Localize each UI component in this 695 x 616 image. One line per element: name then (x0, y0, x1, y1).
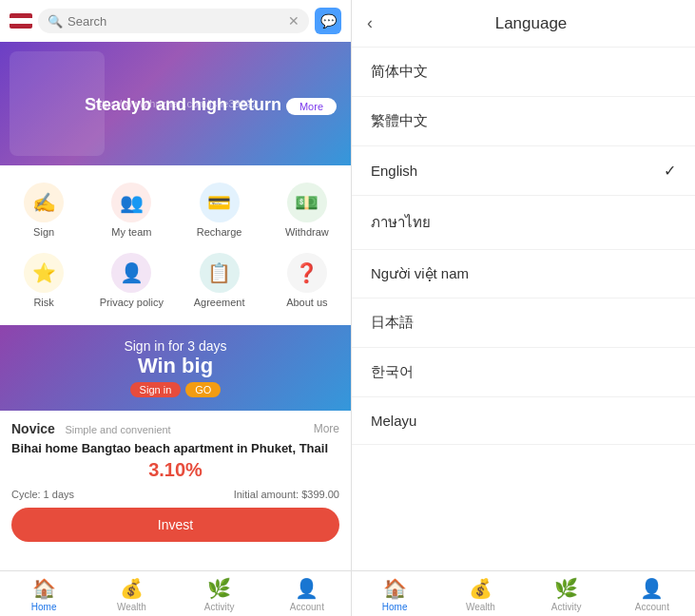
language-name: 日本語 (371, 314, 414, 332)
language-name: ภาษาไทย (371, 211, 431, 234)
right-bottom-nav: 🏠 Home 💰 Wealth 🌿 Activity 👤 Account (352, 570, 695, 616)
icon-item-about-us[interactable]: ❓ About us (263, 245, 351, 316)
nav-label: Account (290, 602, 324, 612)
nav-label: Home (382, 602, 408, 612)
back-button[interactable]: ‹ (367, 13, 373, 33)
nav-icon: 👤 (640, 577, 664, 600)
hero-banner: https://www.huzhan.com/ishe39622 Steadyb… (0, 42, 351, 165)
nav-label: Activity (551, 602, 582, 612)
icon-label: Agreement (194, 297, 245, 308)
search-icon: 🔍 (48, 14, 63, 29)
icon-item-risk[interactable]: ⭐ Risk (0, 245, 87, 316)
right-nav-account[interactable]: 👤 Account (609, 577, 695, 612)
left-nav-home[interactable]: 🏠 Home (0, 577, 87, 612)
icon-circle: 💵 (287, 183, 327, 222)
left-nav-account[interactable]: 👤 Account (263, 577, 351, 612)
right-nav-activity[interactable]: 🌿 Activity (524, 577, 609, 612)
product-rate: 3.10% (11, 459, 339, 481)
right-nav-wealth[interactable]: 💰 Wealth (437, 577, 523, 612)
nav-icon: 👤 (295, 577, 319, 600)
flag-icon (10, 13, 32, 29)
language-item-English[interactable]: English ✓ (352, 146, 695, 196)
language-name: 繁體中文 (371, 112, 428, 130)
product-details: Cycle: 1 days Initial amount: $399.00 (11, 489, 339, 500)
icon-item-my-team[interactable]: 👥 My team (87, 175, 175, 245)
language-item-Người việt nam[interactable]: Người việt nam (352, 250, 695, 298)
left-nav-wealth[interactable]: 💰 Wealth (87, 577, 175, 612)
icon-circle: 👤 (111, 253, 151, 293)
product-section-title: Novice (11, 421, 55, 436)
product-name: Bihai home Bangtao beach apartment in Ph… (11, 441, 339, 455)
product-initial: Initial amount: $399.00 (234, 489, 339, 500)
language-item-ภาษาไทย[interactable]: ภาษาไทย (352, 196, 695, 250)
language-item-日本語[interactable]: 日本語 (352, 298, 695, 348)
nav-label: Wealth (466, 602, 495, 612)
nav-icon: 🌿 (554, 577, 578, 600)
product-section: Novice Simple and convenient More Bihai … (0, 411, 351, 570)
more-link[interactable]: More (314, 422, 339, 435)
go-button[interactable]: GO (185, 382, 221, 397)
product-header: Novice Simple and convenient More (11, 420, 339, 437)
product-subtitle: Simple and convenient (65, 424, 170, 435)
language-item-Melayu[interactable]: Melayu (352, 397, 695, 445)
search-input[interactable] (68, 14, 283, 29)
promo-banner: Sign in for 3 days Win big Sign in GO (0, 325, 351, 411)
language-item-繁體中文[interactable]: 繁體中文 (352, 97, 695, 146)
nav-label: Account (635, 602, 669, 612)
icon-item-recharge[interactable]: 💳 Recharge (176, 175, 263, 245)
icon-circle: ⭐ (24, 253, 64, 293)
icon-circle: 💳 (200, 183, 240, 222)
product-cycle: Cycle: 1 days (11, 489, 74, 500)
signin-button[interactable]: Sign in (130, 382, 182, 397)
icon-label: Withdraw (285, 226, 329, 238)
nav-label: Activity (204, 602, 235, 612)
language-list: 简体中文 繁體中文 English ✓ ภาษาไทย Người việt n… (352, 48, 695, 570)
promo-title: Sign in for 3 days (124, 338, 226, 354)
nav-icon: 🏠 (32, 577, 56, 600)
icon-label: Recharge (197, 226, 242, 238)
language-header: ‹ Language (352, 0, 695, 48)
icon-label: My team (111, 226, 151, 238)
icon-label: Sign (33, 226, 54, 238)
banner-more-button[interactable]: More (286, 98, 337, 115)
icon-circle: 👥 (111, 183, 151, 222)
left-nav-activity[interactable]: 🌿 Activity (176, 577, 263, 612)
language-title: Language (382, 14, 680, 33)
language-name: 한국어 (371, 363, 414, 381)
invest-button[interactable]: Invest (11, 508, 339, 542)
watermark: https://www.huzhan.com/ishe39622 (93, 98, 258, 109)
chat-icon-button[interactable]: 💬 (315, 8, 341, 34)
language-name: 简体中文 (371, 63, 428, 81)
promo-text: Sign in for 3 days Win big Sign in GO (124, 338, 226, 397)
icon-circle: ❓ (287, 253, 327, 293)
icon-item-privacy-policy[interactable]: 👤 Privacy policy (87, 245, 175, 316)
icon-label: About us (286, 297, 327, 308)
icon-item-withdraw[interactable]: 💵 Withdraw (263, 175, 351, 245)
icons-grid: ✍️ Sign 👥 My team 💳 Recharge 💵 Withdraw … (0, 165, 351, 325)
close-icon[interactable]: ✕ (288, 13, 299, 29)
search-input-wrap: 🔍 ✕ (38, 9, 309, 33)
promo-big: Win big (124, 354, 226, 378)
nav-label: Wealth (117, 602, 146, 612)
promo-buttons: Sign in GO (124, 382, 226, 397)
icon-label: Privacy policy (100, 297, 164, 308)
language-item-简体中文[interactable]: 简体中文 (352, 48, 695, 97)
right-nav-home[interactable]: 🏠 Home (352, 577, 437, 612)
icon-item-agreement[interactable]: 📋 Agreement (176, 245, 263, 316)
right-panel: ‹ Language 简体中文 繁體中文 English ✓ ภาษาไทย N… (352, 0, 695, 616)
nav-icon: 🏠 (383, 577, 407, 600)
icon-item-sign[interactable]: ✍️ Sign (0, 175, 87, 245)
check-icon: ✓ (664, 162, 676, 180)
language-name: English (371, 163, 417, 179)
icon-label: Risk (33, 297, 53, 308)
nav-label: Home (31, 602, 57, 612)
nav-icon: 💰 (469, 577, 492, 600)
language-item-한국어[interactable]: 한국어 (352, 348, 695, 397)
nav-icon: 🌿 (207, 577, 231, 600)
nav-icon: 💰 (120, 577, 144, 600)
search-bar: 🔍 ✕ 💬 (0, 0, 351, 42)
icon-circle: ✍️ (24, 183, 64, 222)
language-name: Melayu (371, 413, 416, 429)
left-panel: 🔍 ✕ 💬 https://www.huzhan.com/ishe39622 S… (0, 0, 352, 616)
left-bottom-nav: 🏠 Home 💰 Wealth 🌿 Activity 👤 Account (0, 570, 351, 616)
